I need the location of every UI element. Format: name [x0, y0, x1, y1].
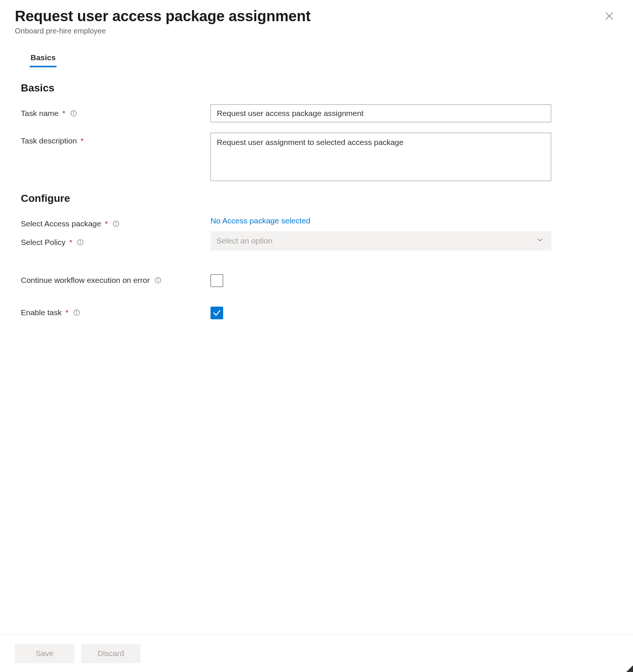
- label-access-package: Select Access package *: [21, 215, 211, 228]
- label-text-continue-on-error: Continue workflow execution on error: [21, 276, 150, 285]
- section-heading-basics: Basics: [21, 82, 612, 94]
- info-icon[interactable]: [154, 277, 162, 284]
- info-icon[interactable]: [70, 110, 77, 117]
- svg-point-7: [116, 222, 116, 223]
- row-access-package: Select Access package * No Access packag…: [21, 215, 612, 228]
- row-task-description: Task description *: [21, 133, 612, 182]
- label-enable-task: Enable task *: [21, 307, 211, 317]
- label-task-name: Task name *: [21, 104, 211, 118]
- task-name-input[interactable]: [211, 104, 551, 122]
- access-package-link[interactable]: No Access package selected: [211, 215, 311, 225]
- discard-button[interactable]: Discard: [81, 644, 141, 663]
- close-icon: [604, 11, 614, 22]
- label-policy: Select Policy *: [21, 233, 211, 247]
- label-text-policy: Select Policy: [21, 238, 65, 247]
- label-continue-on-error: Continue workflow execution on error: [21, 274, 211, 285]
- row-continue-on-error: Continue workflow execution on error: [21, 274, 612, 288]
- svg-point-10: [80, 241, 81, 241]
- label-task-description: Task description *: [21, 133, 211, 145]
- required-marker: *: [69, 238, 72, 247]
- continue-on-error-checkbox[interactable]: [211, 274, 223, 287]
- row-enable-task: Enable task *: [21, 307, 612, 319]
- tab-row: Basics: [15, 53, 618, 67]
- tab-basics[interactable]: Basics: [30, 53, 57, 67]
- section-heading-configure: Configure: [21, 193, 612, 204]
- svg-point-4: [73, 112, 74, 112]
- task-description-input[interactable]: [211, 133, 551, 181]
- info-icon[interactable]: [77, 239, 84, 246]
- resize-grip-icon: [626, 665, 633, 672]
- required-marker: *: [65, 308, 68, 317]
- enable-task-checkbox[interactable]: [211, 307, 223, 319]
- close-button[interactable]: [603, 10, 615, 22]
- label-text-enable-task: Enable task: [21, 308, 62, 317]
- policy-placeholder: Select an option: [216, 235, 273, 246]
- page-title: Request user access package assignment: [15, 7, 618, 25]
- label-text-task-description: Task description: [21, 136, 77, 145]
- blade-root: Request user access package assignment O…: [0, 0, 633, 672]
- required-marker: *: [62, 109, 65, 118]
- row-task-name: Task name *: [21, 104, 612, 122]
- page-subtitle: Onboard pre-hire employee: [15, 27, 618, 35]
- svg-point-13: [158, 279, 158, 279]
- required-marker: *: [105, 219, 108, 228]
- footer: Save Discard: [0, 634, 633, 672]
- info-icon[interactable]: [73, 309, 80, 316]
- label-text-access-package: Select Access package: [21, 219, 101, 228]
- svg-point-16: [76, 311, 77, 311]
- row-policy: Select Policy * Select an option: [21, 233, 612, 251]
- blade-header: Request user access package assignment O…: [0, 0, 633, 67]
- save-button[interactable]: Save: [15, 644, 74, 663]
- label-text-task-name: Task name: [21, 109, 59, 118]
- policy-select[interactable]: Select an option: [211, 231, 551, 251]
- info-icon[interactable]: [112, 220, 120, 227]
- required-marker: *: [81, 136, 84, 145]
- chevron-down-icon: [536, 235, 544, 246]
- content-area: Basics Task name * Task description *: [0, 67, 633, 634]
